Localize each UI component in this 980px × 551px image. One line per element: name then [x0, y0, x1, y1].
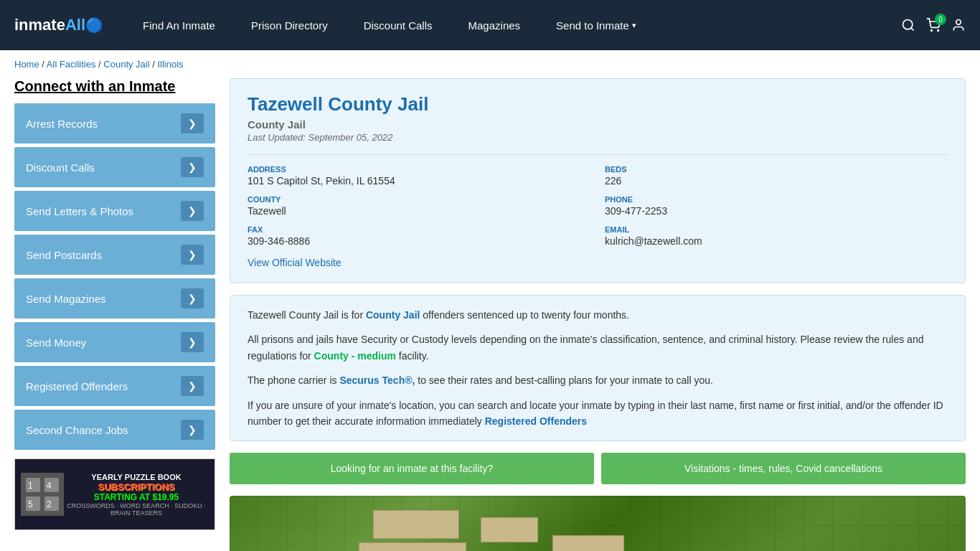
navigation: inmate All 🔵 Find An Inmate Prison Direc… [0, 0, 980, 50]
svg-point-0 [903, 20, 913, 29]
breadcrumb-all-facilities[interactable]: All Facilities [47, 59, 96, 70]
address-field: ADDRESS 101 S Capitol St, Pekin, IL 6155… [248, 165, 590, 187]
arrow-icon: ❯ [181, 245, 204, 265]
sidebar-item-send-magazines[interactable]: Send Magazines ❯ [14, 278, 215, 319]
building-2 [481, 517, 538, 542]
svg-text:5: 5 [28, 499, 33, 509]
svg-point-2 [931, 30, 933, 32]
facility-updated: Last Updated: September 05, 2022 [248, 132, 948, 143]
sidebar-item-send-postcards[interactable]: Send Postcards ❯ [14, 235, 215, 275]
find-inmate-btn[interactable]: Looking for an inmate at this facility? [230, 453, 594, 484]
main-layout: Connect with an Inmate Arrest Records ❯ … [0, 78, 980, 551]
logo-icon: 🔵 [85, 17, 103, 34]
visitations-btn[interactable]: Visitations - times, rules, Covid cancel… [601, 453, 966, 484]
building-3 [359, 542, 466, 551]
logo[interactable]: inmate All 🔵 [14, 16, 103, 34]
logo-ai: All [65, 16, 85, 34]
nav-magazines[interactable]: Magazines [451, 0, 539, 50]
sidebar-item-discount-calls[interactable]: Discount Calls ❯ [14, 147, 215, 187]
logo-text: inmate [14, 16, 65, 34]
securus-tech-link[interactable]: Securus Tech®, [339, 375, 415, 386]
svg-point-3 [938, 30, 939, 32]
svg-text:2: 2 [47, 499, 52, 509]
phone-label: PHONE [605, 195, 948, 204]
phone-field: PHONE 309-477-2253 [605, 195, 948, 217]
ad-price: STARTING AT $19.95 [64, 492, 209, 502]
arrow-icon: ❯ [181, 420, 204, 440]
sidebar: Connect with an Inmate Arrest Records ❯ … [14, 78, 215, 551]
fax-field: FAX 309-346-8886 [248, 225, 590, 247]
county-value: Tazewell [248, 205, 590, 217]
facility-image [230, 496, 966, 551]
registered-offenders-link[interactable]: Registered Offenders [485, 415, 587, 427]
email-label: EMAIL [605, 225, 948, 234]
arrow-icon: ❯ [181, 376, 204, 396]
breadcrumb-illinois[interactable]: Illinois [157, 59, 183, 70]
beds-field: BEDS 226 [605, 165, 948, 187]
email-value: kulrich@tazewell.com [605, 235, 948, 247]
ad-title: YEARLY PUZZLE BOOK [64, 473, 209, 481]
cart-button[interactable]: 0 [926, 18, 941, 32]
facility-website[interactable]: View Official Website [248, 257, 948, 268]
sidebar-item-send-money[interactable]: Send Money ❯ [14, 322, 215, 362]
nav-find-inmate[interactable]: Find An Inmate [125, 0, 233, 50]
sidebar-item-send-letters[interactable]: Send Letters & Photos ❯ [14, 191, 215, 231]
facility-details: ADDRESS 101 S Capitol St, Pekin, IL 6155… [248, 154, 948, 247]
ad-title-main: SUBSCRIPTIONS [64, 481, 209, 492]
phone-value: 309-477-2253 [605, 205, 948, 217]
facility-type: County Jail [248, 118, 948, 131]
county-medium-link[interactable]: County - medium [314, 350, 396, 362]
county-jail-link[interactable]: County Jail [366, 309, 420, 321]
nav-discount-calls[interactable]: Discount Calls [346, 0, 451, 50]
dropdown-arrow-icon: ▾ [632, 21, 636, 30]
address-label: ADDRESS [248, 165, 590, 174]
svg-text:1: 1 [28, 481, 33, 491]
nav-links: Find An Inmate Prison Directory Discount… [125, 0, 901, 50]
facility-name: Tazewell County Jail [248, 93, 948, 116]
arrow-icon: ❯ [181, 332, 204, 352]
beds-value: 226 [605, 175, 948, 187]
county-label: COUNTY [248, 195, 590, 204]
sidebar-ad[interactable]: 1 4 5 2 YEARLY PUZZLE BOOK SUBSCRIPTIONS… [14, 458, 215, 530]
address-value: 101 S Capitol St, Pekin, IL 61554 [248, 175, 590, 187]
nav-prison-directory[interactable]: Prison Directory [233, 0, 346, 50]
content-area: Tazewell County Jail County Jail Last Up… [230, 78, 966, 551]
arrow-icon: ❯ [181, 288, 204, 309]
sidebar-item-second-chance-jobs[interactable]: Second Chance Jobs ❯ [14, 410, 215, 450]
svg-point-4 [956, 20, 961, 25]
description-para1: Tazewell County Jail is for County Jail … [248, 307, 948, 323]
facility-card: Tazewell County Jail County Jail Last Up… [230, 78, 966, 283]
user-icon [951, 18, 966, 32]
breadcrumb: Home / All Facilities / County Jail / Il… [0, 50, 980, 78]
arrow-icon: ❯ [181, 201, 204, 221]
sidebar-title: Connect with an Inmate [14, 78, 215, 95]
fax-value: 309-346-8886 [248, 235, 590, 247]
search-icon [901, 18, 915, 32]
description-para2: All prisons and jails have Security or C… [248, 331, 948, 364]
email-field: EMAIL kulrich@tazewell.com [605, 225, 948, 247]
description-para4: If you are unsure of your inmate's locat… [248, 397, 948, 430]
fax-label: FAX [248, 225, 590, 234]
website-link[interactable]: View Official Website [248, 257, 341, 268]
svg-text:4: 4 [47, 481, 52, 491]
puzzle-icon: 1 4 5 2 [21, 473, 64, 516]
ad-text-area: YEARLY PUZZLE BOOK SUBSCRIPTIONS STARTIN… [64, 473, 209, 517]
arrow-icon: ❯ [181, 113, 204, 133]
arrow-icon: ❯ [181, 157, 204, 177]
user-button[interactable] [951, 18, 966, 32]
ad-subtitle: CROSSWORDS · WORD SEARCH · SUDOKU · BRAI… [64, 502, 209, 517]
cart-badge: 0 [935, 14, 946, 25]
breadcrumb-county-jail[interactable]: County Jail [103, 59, 149, 70]
action-buttons: Looking for an inmate at this facility? … [230, 453, 966, 484]
sidebar-item-registered-offenders[interactable]: Registered Offenders ❯ [14, 366, 215, 406]
search-button[interactable] [901, 18, 915, 32]
building-1 [373, 510, 459, 539]
svg-line-1 [911, 28, 914, 31]
beds-label: BEDS [605, 165, 948, 174]
sidebar-item-arrest-records[interactable]: Arrest Records ❯ [14, 103, 215, 143]
breadcrumb-home[interactable]: Home [14, 59, 39, 70]
county-field: COUNTY Tazewell [248, 195, 590, 217]
building-4 [552, 535, 624, 551]
nav-send-to-inmate[interactable]: Send to Inmate ▾ [538, 0, 654, 50]
nav-icons: 0 [901, 18, 966, 32]
